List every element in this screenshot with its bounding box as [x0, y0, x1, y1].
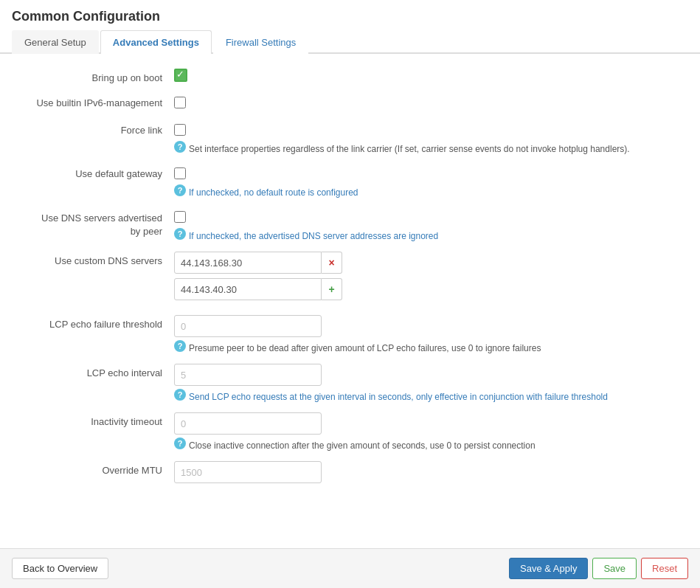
bring-up-on-boot-label: Bring up on boot — [12, 69, 174, 83]
use-default-gateway-help-text: If unchecked, no default route is config… — [189, 187, 358, 198]
use-ipv6-row: Use builtin IPv6-management — [12, 94, 688, 111]
tab-advanced-settings[interactable]: Advanced Settings — [100, 30, 212, 54]
use-dns-advertised-help-text: If unchecked, the advertised DNS server … — [189, 231, 438, 241]
dns1-row: × — [174, 252, 688, 274]
inactivity-timeout-input[interactable] — [174, 412, 322, 435]
use-dns-advertised-checkbox[interactable] — [174, 211, 186, 223]
use-default-gateway-help-icon[interactable]: ? — [174, 184, 186, 196]
use-ipv6-label: Use builtin IPv6-management — [12, 94, 174, 108]
save-button[interactable]: Save — [592, 558, 637, 579]
force-link-help-text: Set interface properties regardless of t… — [189, 144, 630, 154]
lcp-failure-label: LCP echo failure threshold — [12, 315, 174, 330]
tab-firewall-settings[interactable]: Firewall Settings — [213, 30, 308, 54]
dns2-row: + — [174, 278, 688, 300]
inactivity-timeout-row: Inactivity timeout ? Close inactive conn… — [12, 412, 688, 451]
use-dns-advertised-row: Use DNS servers advertisedby peer ? If u… — [12, 208, 688, 241]
use-custom-dns-row: Use custom DNS servers × + — [12, 252, 688, 305]
inactivity-timeout-help-text: Close inactive connection after the give… — [189, 440, 536, 451]
force-link-checkbox[interactable] — [174, 124, 186, 136]
use-default-gateway-checkbox[interactable] — [174, 167, 186, 179]
override-mtu-label: Override MTU — [12, 461, 174, 476]
lcp-failure-help-icon[interactable]: ? — [174, 340, 186, 352]
save-apply-button[interactable]: Save & Apply — [509, 558, 588, 579]
use-dns-advertised-wrap: ? If unchecked, the advertised DNS serve… — [174, 208, 688, 241]
use-dns-advertised-help-icon[interactable]: ? — [174, 228, 186, 240]
use-dns-advertised-help-row: ? If unchecked, the advertised DNS serve… — [174, 228, 688, 241]
tab-general-setup[interactable]: General Setup — [12, 30, 99, 54]
override-mtu-wrap — [174, 461, 688, 483]
page-title: Common Configuration — [12, 9, 688, 24]
force-link-wrap: ? Set interface properties regardless of… — [174, 121, 688, 154]
force-link-row: Force link ? Set interface properties re… — [12, 121, 688, 154]
use-ipv6-wrap — [174, 94, 688, 111]
reset-button[interactable]: Reset — [641, 558, 688, 579]
bring-up-on-boot-checkbox[interactable] — [174, 69, 187, 82]
lcp-failure-wrap: ? Presume peer to be dead after given am… — [174, 315, 688, 353]
override-mtu-input[interactable] — [174, 461, 322, 483]
inactivity-timeout-help-row: ? Close inactive connection after the gi… — [174, 437, 688, 451]
use-default-gateway-help-row: ? If unchecked, no default route is conf… — [174, 184, 688, 198]
lcp-interval-help-icon[interactable]: ? — [174, 389, 186, 401]
lcp-failure-help-text: Presume peer to be dead after given amou… — [189, 343, 541, 353]
lcp-failure-input[interactable] — [174, 315, 322, 337]
footer-bar: Back to Overview Save & Apply Save Reset — [0, 548, 700, 588]
use-dns-advertised-label: Use DNS servers advertisedby peer — [12, 208, 174, 238]
tabs-bar: General Setup Advanced Settings Firewall… — [0, 30, 700, 54]
bring-up-on-boot-wrap — [174, 69, 688, 82]
lcp-interval-help-row: ? Send LCP echo requests at the given in… — [174, 389, 688, 402]
inactivity-timeout-label: Inactivity timeout — [12, 412, 174, 427]
lcp-failure-help-row: ? Presume peer to be dead after given am… — [174, 340, 688, 353]
dns2-add-button[interactable]: + — [322, 278, 342, 300]
lcp-interval-input[interactable] — [174, 364, 322, 386]
inactivity-timeout-help-icon[interactable]: ? — [174, 437, 186, 449]
footer-right: Save & Apply Save Reset — [509, 558, 688, 579]
force-link-label: Force link — [12, 121, 174, 136]
inactivity-timeout-wrap: ? Close inactive connection after the gi… — [174, 412, 688, 451]
content-area: Bring up on boot Use builtin IPv6-manage… — [0, 54, 700, 548]
dns1-remove-button[interactable]: × — [322, 252, 342, 274]
force-link-help-icon[interactable]: ? — [174, 141, 186, 153]
page-container: Common Configuration General Setup Advan… — [0, 0, 700, 588]
use-custom-dns-label: Use custom DNS servers — [12, 252, 174, 266]
dns2-input[interactable] — [174, 278, 322, 300]
use-custom-dns-wrap: × + — [174, 252, 688, 305]
use-default-gateway-label: Use default gateway — [12, 165, 174, 179]
override-mtu-row: Override MTU — [12, 461, 688, 483]
bring-up-on-boot-row: Bring up on boot — [12, 69, 688, 83]
lcp-failure-row: LCP echo failure threshold ? Presume pee… — [12, 315, 688, 353]
force-link-help-row: ? Set interface properties regardless of… — [174, 141, 688, 154]
back-to-overview-button[interactable]: Back to Overview — [12, 558, 108, 579]
dns1-input[interactable] — [174, 252, 322, 274]
use-default-gateway-row: Use default gateway ? If unchecked, no d… — [12, 165, 688, 198]
lcp-interval-row: LCP echo interval ? Send LCP echo reques… — [12, 364, 688, 402]
lcp-interval-label: LCP echo interval — [12, 364, 174, 378]
use-default-gateway-wrap: ? If unchecked, no default route is conf… — [174, 165, 688, 198]
lcp-interval-wrap: ? Send LCP echo requests at the given in… — [174, 364, 688, 402]
lcp-interval-help-text: Send LCP echo requests at the given inte… — [189, 392, 608, 402]
use-ipv6-checkbox[interactable] — [174, 97, 186, 108]
page-header: Common Configuration — [0, 0, 700, 27]
